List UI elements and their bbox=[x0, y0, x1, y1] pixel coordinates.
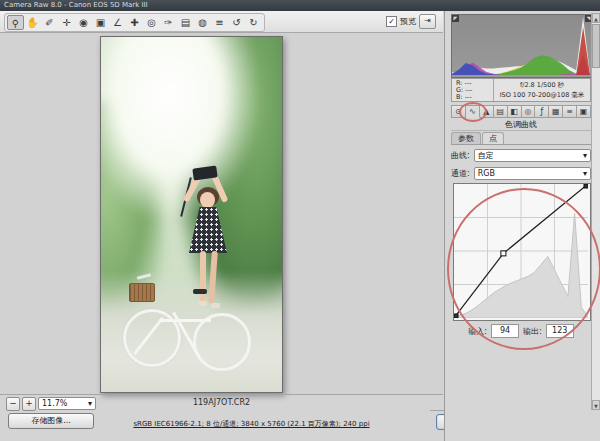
right-panel: ◤ ◥ R: --- G: --- B: --- f/2.8 1/500 秒 I… bbox=[444, 11, 600, 441]
photo-leg bbox=[200, 251, 206, 303]
panel-scrollbar[interactable]: ▲ ▼ bbox=[591, 13, 600, 410]
tab-effects[interactable]: ƒ bbox=[535, 105, 549, 118]
channel-select[interactable]: RGB ▾ bbox=[474, 167, 591, 180]
curve-subtabs: 参数点 bbox=[451, 132, 591, 145]
crop-tool-icon[interactable]: ▣ bbox=[92, 15, 109, 30]
targeted-adjustment-tool-icon[interactable]: ◉ bbox=[75, 15, 92, 30]
tab-camera-calibration[interactable]: ▦ bbox=[549, 105, 563, 118]
chevron-down-icon: ▾ bbox=[583, 150, 587, 161]
photo-bicycle-front-wheel bbox=[123, 309, 181, 367]
tool-group: ⚲✋✐✛◉▣∠✚◎✑▤◍≡↺↻ bbox=[4, 13, 265, 32]
photo-bicycle-saddle bbox=[193, 289, 207, 294]
channel-value: RGB bbox=[478, 168, 495, 179]
photo-shoe bbox=[211, 303, 220, 308]
white-balance-tool-icon[interactable]: ✐ bbox=[41, 15, 58, 30]
preview-canvas[interactable] bbox=[0, 33, 443, 394]
tone-curve-editor[interactable] bbox=[453, 183, 591, 321]
subtab-点[interactable]: 点 bbox=[482, 132, 504, 144]
zoom-out-button[interactable]: − bbox=[6, 397, 20, 411]
zoom-controls: − + 11.7% ▾ bbox=[6, 397, 96, 410]
adjustment-brush-tool-icon[interactable]: ✑ bbox=[160, 15, 177, 30]
image-info: R: --- G: --- B: --- f/2.8 1/500 秒 ISO 1… bbox=[451, 78, 591, 102]
exif-exposure: f/2.8 1/500 秒 bbox=[494, 80, 590, 90]
rotate-left-tool-icon[interactable]: ↺ bbox=[228, 15, 245, 30]
subtab-参数[interactable]: 参数 bbox=[451, 132, 481, 144]
zoom-level-select[interactable]: 11.7% ▾ bbox=[38, 397, 96, 410]
tab-hsl-grayscale[interactable]: ▤ bbox=[494, 105, 508, 118]
preview-label: 预览 bbox=[400, 16, 416, 27]
hand-tool-icon[interactable]: ✋ bbox=[24, 15, 41, 30]
tone-curve-plot bbox=[454, 184, 588, 318]
graduated-filter-tool-icon[interactable]: ▤ bbox=[177, 15, 194, 30]
channel-label: 通道: bbox=[451, 168, 470, 179]
tab-snapshots[interactable]: ▣ bbox=[577, 105, 591, 118]
curve-io-row: 输入: 94 输出: 123 bbox=[451, 324, 591, 338]
scroll-down-arrow-icon[interactable]: ▼ bbox=[592, 400, 600, 410]
scroll-up-arrow-icon[interactable]: ▲ bbox=[592, 13, 600, 23]
curve-preset-value: 自定 bbox=[478, 150, 494, 161]
output-label: 输出: bbox=[523, 326, 542, 337]
red-eye-tool-icon[interactable]: ◎ bbox=[143, 15, 160, 30]
photo-preview[interactable] bbox=[100, 36, 283, 393]
tab-presets[interactable]: ≡ bbox=[563, 105, 577, 118]
curve-label: 曲线: bbox=[451, 150, 470, 161]
rgb-b-readout: B: --- bbox=[456, 94, 493, 101]
straighten-tool-icon[interactable]: ∠ bbox=[109, 15, 126, 30]
window-title: Camera Raw 8.0 - Canon EOS 5D Mark III bbox=[4, 1, 148, 9]
preferences-tool-icon[interactable]: ≡ bbox=[211, 15, 228, 30]
title-bar[interactable]: Camera Raw 8.0 - Canon EOS 5D Mark III bbox=[0, 0, 600, 11]
photo-bicycle-frame bbox=[159, 319, 211, 322]
chevron-down-icon: ▾ bbox=[583, 168, 587, 179]
input-label: 输入: bbox=[468, 326, 487, 337]
input-field[interactable]: 94 bbox=[491, 324, 519, 338]
exif-lens: ISO 100 70-200@108 毫米 bbox=[494, 90, 590, 100]
chevron-down-icon: ▾ bbox=[88, 398, 92, 409]
tab-tone-curve[interactable]: ∿ bbox=[466, 105, 480, 118]
panel-tab-strip: ⊙∿▲▤◧◎ƒ▦≡▣ bbox=[451, 105, 591, 118]
zoom-tool-icon[interactable]: ⚲ bbox=[7, 15, 24, 30]
histogram-plot bbox=[452, 15, 590, 75]
tab-split-toning[interactable]: ◧ bbox=[508, 105, 522, 118]
radial-filter-tool-icon[interactable]: ◍ bbox=[194, 15, 211, 30]
tab-basic[interactable]: ⊙ bbox=[451, 105, 466, 118]
preview-checkbox[interactable]: ✓ bbox=[386, 16, 397, 27]
tab-lens-corrections[interactable]: ◎ bbox=[522, 105, 536, 118]
tab-detail[interactable]: ▲ bbox=[480, 105, 494, 118]
histogram[interactable]: ◤ ◥ bbox=[451, 14, 593, 78]
fullscreen-toggle-button[interactable]: ⇥ bbox=[419, 14, 436, 29]
panel-title: 色调曲线 bbox=[451, 119, 591, 131]
zoom-level-value: 11.7% bbox=[42, 398, 67, 409]
footer-divider bbox=[0, 394, 443, 395]
camera-raw-dialog: Camera Raw 8.0 - Canon EOS 5D Mark III ⚲… bbox=[0, 0, 600, 441]
curve-preset-select[interactable]: 自定 ▾ bbox=[474, 149, 591, 162]
spot-removal-tool-icon[interactable]: ✚ bbox=[126, 15, 143, 30]
toolbar: ⚲✋✐✛◉▣∠✚◎✑▤◍≡↺↻ ✓ 预览 ⇥ bbox=[0, 11, 443, 33]
zoom-in-button[interactable]: + bbox=[22, 397, 36, 411]
workflow-options-link[interactable]: sRGB IEC61966-2.1; 8 位/通道; 3840 x 5760 (… bbox=[60, 419, 443, 429]
color-sampler-tool-icon[interactable]: ✛ bbox=[58, 15, 75, 30]
photo-sky bbox=[100, 36, 255, 215]
shadow-clipping-warning[interactable]: ◤ bbox=[452, 15, 459, 22]
photo-bicycle-basket bbox=[129, 283, 155, 302]
photo-shoe bbox=[198, 301, 207, 306]
photo-face bbox=[200, 192, 215, 208]
scrollbar-thumb[interactable] bbox=[592, 24, 600, 68]
output-field[interactable]: 123 bbox=[546, 324, 574, 338]
rotate-right-tool-icon[interactable]: ↻ bbox=[245, 15, 262, 30]
